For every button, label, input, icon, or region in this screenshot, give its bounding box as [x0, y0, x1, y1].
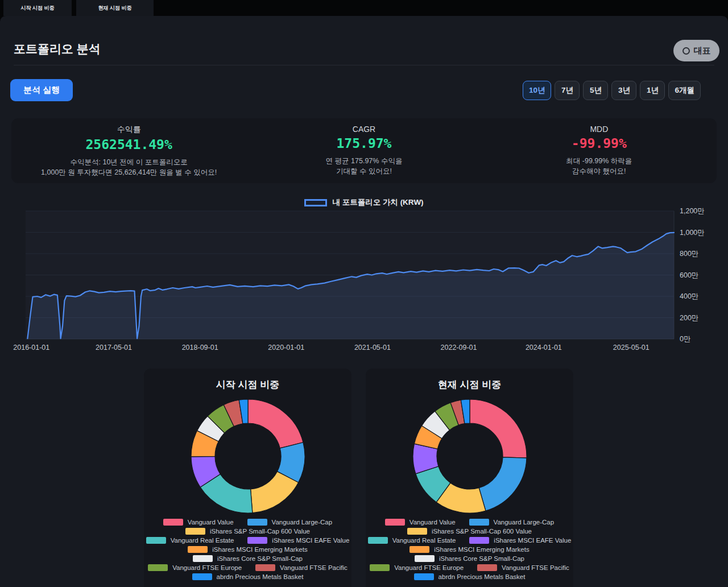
legend-label: iShares S&P Small-Cap 600 Value [210, 528, 310, 535]
stat-label: MDD [482, 125, 717, 134]
x-tick-label: 2017-05-01 [96, 344, 132, 352]
top-tab-current-weights[interactable]: 현재 시점 비중 [76, 0, 154, 16]
legend-swatch [370, 564, 390, 571]
legend-label: Vanguard Value [188, 519, 234, 526]
y-tick-label: 200만 [680, 314, 698, 322]
donut-slice-0[interactable] [248, 399, 303, 448]
header-divider [14, 65, 714, 65]
legend-item-8[interactable]: Vanguard FTSE Pacific [255, 564, 348, 571]
donut-legend-row: iShares S&P Small-Cap 600 Value [366, 528, 573, 535]
representative-badge-label: 대표 [694, 46, 711, 56]
run-analysis-button[interactable]: 분석 실행 [10, 79, 73, 101]
stat-card-return: 수익률 2562541.49% 수익분석: 10년 전에 이 포트폴리오로 1,… [11, 118, 246, 183]
page-title: 포트폴리오 분석 [14, 41, 101, 57]
period-button-0[interactable]: 10년 [523, 81, 552, 100]
stat-desc: 최대 -99.99% 하락을 [482, 156, 717, 166]
legend-item-9[interactable]: abrdn Precious Metals Basket [192, 573, 304, 580]
legend-item-0[interactable]: Vanguard Value [163, 519, 234, 526]
stats-panel: 수익률 2562541.49% 수익분석: 10년 전에 이 포트폴리오로 1,… [11, 118, 717, 183]
x-tick-label: 2025-05-01 [613, 344, 650, 352]
legend-label: Vanguard FTSE Pacific [502, 564, 569, 571]
legend-label: Vanguard Large-Cap [494, 519, 555, 526]
legend-item-2[interactable]: iShares S&P Small-Cap 600 Value [407, 528, 532, 535]
legend-item-5[interactable]: iShares MSCI Emerging Markets [188, 546, 307, 553]
stat-desc: 기대할 수 있어요! [246, 166, 481, 176]
legend-label: Vanguard Large-Cap [272, 519, 333, 526]
stat-value: -99.99% [482, 136, 717, 151]
donut-legend: Vanguard ValueVanguard Large-CapiShares … [144, 519, 351, 580]
legend-swatch [185, 528, 205, 535]
legend-swatch [247, 537, 267, 544]
legend-label: abrdn Precious Metals Basket [217, 573, 304, 580]
donut-legend: Vanguard ValueVanguard Large-CapiShares … [366, 519, 573, 580]
legend-item-9[interactable]: abrdn Precious Metals Basket [414, 573, 526, 580]
top-tab-start-weights[interactable]: 시작 시점 비중 [3, 0, 72, 16]
y-tick-label: 0만 [680, 335, 690, 343]
legend-item-1[interactable]: Vanguard Large-Cap [247, 519, 333, 526]
donut-legend-row: Vanguard ValueVanguard Large-Cap [144, 519, 351, 526]
legend-item-7[interactable]: Vanguard FTSE Europe [148, 564, 242, 571]
legend-label: Vanguard Value [410, 519, 456, 526]
current-weights-card: 현재 시점 비중 Vanguard ValueVanguard Large-Ca… [366, 369, 573, 587]
stat-desc: 감수해야 했어요! [482, 166, 717, 176]
legend-item-6[interactable]: iShares Core S&P Small-Cap [193, 555, 303, 562]
period-button-4[interactable]: 1년 [640, 81, 665, 100]
x-tick-label: 2020-01-01 [268, 344, 304, 352]
period-button-group: 10년7년5년3년1년6개월 [523, 81, 701, 100]
legend-item-5[interactable]: iShares MSCI Emerging Markets [410, 546, 529, 553]
y-tick-label: 400만 [680, 292, 698, 300]
legend-item-0[interactable]: Vanguard Value [385, 519, 456, 526]
donut-legend-row: iShares Core S&P Small-Cap [144, 555, 351, 562]
legend-item-2[interactable]: iShares S&P Small-Cap 600 Value [185, 528, 310, 535]
top-tab-label: 시작 시점 비중 [20, 5, 54, 12]
legend-label: Vanguard Real Estate [171, 537, 234, 544]
legend-item-3[interactable]: Vanguard Real Estate [368, 537, 456, 544]
current-weights-donut [410, 396, 530, 516]
y-tick-label: 800만 [680, 250, 698, 258]
donut-legend-row: iShares S&P Small-Cap 600 Value [144, 528, 351, 535]
legend-label: iShares MSCI EAFE Value [494, 537, 571, 544]
stat-label: 수익률 [11, 125, 246, 135]
stat-card-cagr: CAGR 175.97% 연 평균 175.97% 수익을 기대할 수 있어요! [246, 118, 481, 183]
legend-label: Vanguard FTSE Europe [394, 564, 464, 571]
period-button-5[interactable]: 6개월 [668, 81, 701, 100]
legend-item-1[interactable]: Vanguard Large-Cap [469, 519, 555, 526]
stat-desc: 수익분석: 10년 전에 이 포트폴리오로 [11, 157, 246, 167]
y-tick-label: 600만 [680, 271, 698, 279]
stat-card-mdd: MDD -99.99% 최대 -99.99% 하락을 감수해야 했어요! [482, 118, 717, 183]
x-tick-label: 2024-01-01 [526, 344, 562, 352]
legend-label: iShares S&P Small-Cap 600 Value [432, 528, 532, 535]
donut-legend-row: Vanguard ValueVanguard Large-Cap [366, 519, 573, 526]
start-weights-card: 시작 시점 비중 Vanguard ValueVanguard Large-Ca… [144, 369, 351, 587]
donut-slice-1[interactable] [479, 457, 527, 511]
legend-label: Vanguard FTSE Europe [172, 564, 242, 571]
legend-swatch [368, 537, 388, 544]
representative-badge[interactable]: 대표 [673, 40, 719, 61]
legend-swatch [163, 519, 183, 526]
legend-swatch [148, 564, 168, 571]
donut-legend-row: abrdn Precious Metals Basket [366, 573, 573, 580]
legend-label: Vanguard Real Estate [392, 537, 456, 544]
x-tick-label: 2018-09-01 [182, 344, 218, 352]
donut-slice-0[interactable] [470, 399, 527, 458]
x-tick-label: 2022-09-01 [441, 344, 477, 352]
radio-circle-icon [682, 47, 690, 55]
legend-item-3[interactable]: Vanguard Real Estate [146, 537, 234, 544]
legend-swatch [193, 555, 213, 562]
legend-item-8[interactable]: Vanguard FTSE Pacific [477, 564, 569, 571]
legend-swatch [477, 564, 497, 571]
legend-item-4[interactable]: iShares MSCI EAFE Value [247, 537, 349, 544]
legend-item-4[interactable]: iShares MSCI EAFE Value [469, 537, 571, 544]
period-button-1[interactable]: 7년 [555, 81, 580, 100]
legend-label: Vanguard FTSE Pacific [280, 564, 348, 571]
legend-swatch [255, 564, 275, 571]
legend-item-6[interactable]: iShares Core S&P Small-Cap [415, 555, 524, 562]
legend-item-7[interactable]: Vanguard FTSE Europe [370, 564, 464, 571]
top-tab-label: 현재 시점 비중 [98, 5, 131, 12]
period-button-2[interactable]: 5년 [583, 81, 608, 100]
stat-desc: 1,000만 원 투자했다면 25,626,414만 원을 벌 수 있어요! [11, 167, 246, 177]
legend-swatch [469, 519, 489, 526]
donut-legend-row: Vanguard Real EstateiShares MSCI EAFE Va… [366, 537, 573, 544]
legend-label: iShares Core S&P Small-Cap [439, 555, 524, 562]
period-button-3[interactable]: 3년 [611, 81, 636, 100]
